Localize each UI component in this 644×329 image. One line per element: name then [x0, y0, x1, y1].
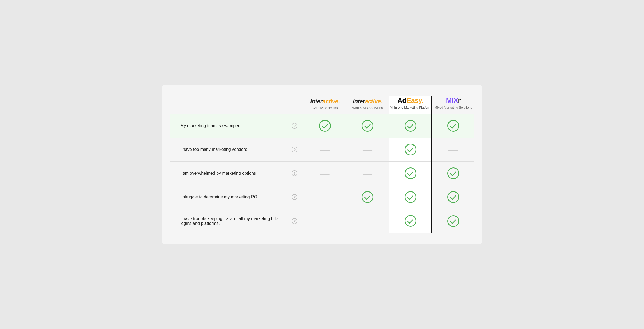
header-row: interactive. Creative Services interacti… [170, 96, 474, 114]
cell-check [346, 114, 389, 138]
question-icon-cell-0: ? [285, 114, 304, 138]
brand-interactive2-header: interactive. Web & SEO Services [346, 96, 389, 114]
question-icon: ? [292, 170, 297, 176]
table-row: My marketing team is swamped? [170, 114, 474, 138]
check-icon [405, 120, 416, 132]
interactive2-logo: interactive. Web & SEO Services [346, 98, 389, 110]
mixr-r: r [458, 96, 461, 104]
cell-check [389, 138, 432, 162]
mixr-sub: Mixed Marketing Solutions [435, 106, 472, 110]
brand-mixr-header: MIXr Mixed Marketing Solutions [432, 96, 474, 114]
cell-check [389, 162, 432, 185]
cell-check [432, 162, 474, 185]
interactive1-logo-text: interactive. [310, 98, 340, 105]
cell-dash [304, 138, 347, 162]
cell-check [432, 209, 474, 233]
mixr-logo: MIXr Mixed Marketing Solutions [432, 96, 474, 110]
label-header-empty [170, 96, 285, 114]
mixr-mix: MIX [446, 96, 458, 104]
brand-adeasy-header: AdEasy. All-in-one Marketing Platform [389, 96, 432, 114]
interactive1-sub: Creative Services [312, 106, 338, 110]
check-icon [447, 120, 459, 132]
adeasy-ad: Ad [397, 96, 407, 104]
dash-icon [320, 150, 330, 151]
adeasy-logo-text: AdEasy. [397, 96, 423, 105]
interactive2-logo-text: interactive. [353, 98, 382, 105]
cell-check [389, 185, 432, 209]
row-label-1: I have too many marketing vendors [170, 138, 285, 162]
question-icon: ? [292, 194, 297, 200]
check-icon [447, 191, 459, 203]
adeasy-sub: All-in-one Marketing Platform [390, 106, 431, 110]
check-icon [405, 191, 416, 203]
table-row: I have trouble keeping track of all my m… [170, 209, 474, 233]
question-icon-cell-1: ? [285, 138, 304, 162]
adeasy-easy: Easy [407, 96, 422, 104]
brand-interactive1-header: interactive. Creative Services [304, 96, 347, 114]
check-icon [405, 144, 416, 155]
interactive2-bold: inter [353, 98, 365, 105]
question-icon: ? [292, 147, 297, 152]
row-label-4: I have trouble keeping track of all my m… [170, 209, 285, 233]
cell-dash [346, 138, 389, 162]
table-row: I am overwhelmed by marketing options? [170, 162, 474, 185]
check-icon [447, 167, 459, 179]
dash-icon [320, 198, 330, 198]
question-icon: ? [292, 123, 297, 129]
dash-icon [320, 222, 330, 222]
table-row: I have too many marketing vendors? [170, 138, 474, 162]
interactive2-colored: active [365, 98, 381, 105]
comparison-table: interactive. Creative Services interacti… [170, 96, 474, 234]
mixr-logo-text: MIXr [446, 96, 461, 105]
question-icon-cell-4: ? [285, 209, 304, 233]
question-icon-cell-2: ? [285, 162, 304, 185]
dash-icon [363, 150, 372, 151]
interactive1-logo: interactive. Creative Services [304, 98, 347, 110]
cell-dash [346, 162, 389, 185]
cell-dash [304, 162, 347, 185]
adeasy-logo: AdEasy. All-in-one Marketing Platform [389, 96, 431, 110]
cell-dash [346, 209, 389, 233]
cell-check [304, 114, 347, 138]
adeasy-period: . [421, 96, 423, 104]
cell-check [346, 185, 389, 209]
dash-icon [320, 174, 330, 175]
cell-check [432, 114, 474, 138]
check-icon [362, 120, 373, 132]
cell-check [389, 114, 432, 138]
cell-check [389, 209, 432, 233]
page-wrapper: interactive. Creative Services interacti… [162, 85, 482, 244]
icon-header-empty [285, 96, 304, 114]
question-icon-cell-3: ? [285, 185, 304, 209]
dash-icon [448, 150, 458, 151]
check-icon [362, 191, 373, 203]
row-label-3: I struggle to determine my marketing ROI [170, 185, 285, 209]
row-label-0: My marketing team is swamped [170, 114, 285, 138]
interactive1-colored: active [322, 98, 338, 105]
interactive2-sub: Web & SEO Services [352, 106, 383, 110]
table-body: My marketing team is swamped?I have too … [170, 114, 474, 233]
dash-icon [363, 222, 372, 222]
check-icon [447, 215, 459, 227]
interactive1-period: . [338, 98, 340, 105]
question-icon: ? [292, 218, 297, 224]
row-label-2: I am overwhelmed by marketing options [170, 162, 285, 185]
interactive2-period: . [381, 98, 382, 105]
interactive1-bold: inter [310, 98, 322, 105]
check-icon [405, 167, 416, 179]
check-icon [319, 120, 331, 132]
cell-dash [304, 185, 347, 209]
cell-dash [304, 209, 347, 233]
dash-icon [363, 174, 372, 175]
cell-check [432, 185, 474, 209]
cell-dash [432, 138, 474, 162]
table-row: I struggle to determine my marketing ROI… [170, 185, 474, 209]
check-icon [405, 215, 416, 227]
